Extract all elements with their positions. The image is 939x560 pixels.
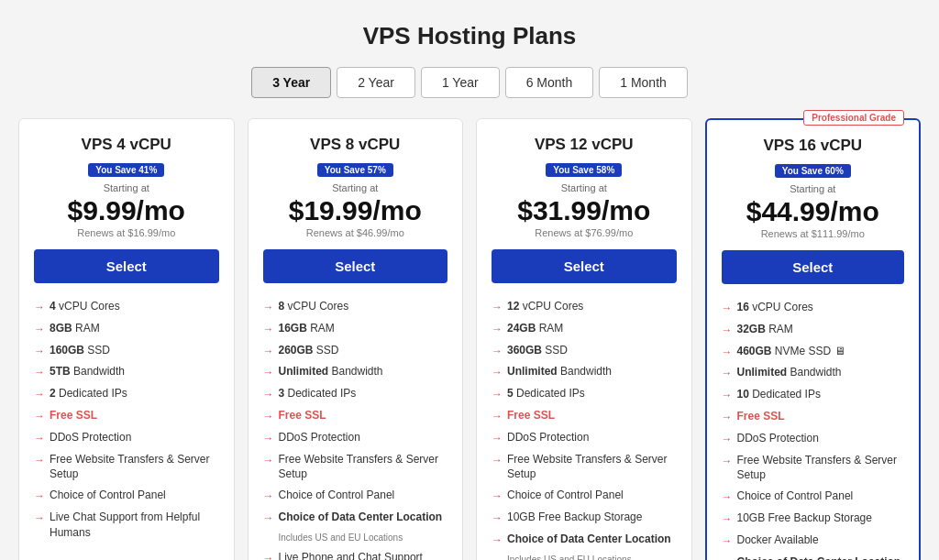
feature-item: →24GB RAM [492,318,677,340]
features-list: →16 vCPU Cores→32GB RAM→460GB NVMe SSD 🖥… [722,297,905,560]
feature-text: Free Website Transfers & Server Setup [50,452,219,483]
arrow-icon: → [722,301,733,316]
period-tab-2-year[interactable]: 2 Year [337,67,415,98]
feature-text: Free Website Transfers & Server Setup [737,453,905,484]
feature-item: →12 vCPU Cores [492,296,677,318]
arrow-icon: → [492,533,503,548]
arrow-icon: → [722,511,733,527]
feature-text: Choice of Control Panel [279,488,395,503]
savings-badge: You Save 58% [546,163,622,177]
select-button[interactable]: Select [492,249,677,283]
arrow-icon: → [492,511,503,526]
arrow-icon: → [263,511,274,526]
arrow-icon: → [34,511,45,526]
feature-item: →8GB RAM [34,318,219,340]
arrow-icon: → [34,409,45,424]
feature-item: →5 Dedicated IPs [492,383,677,405]
plan-header: You Save 57%Starting at$19.99/moRenews a… [263,160,448,238]
arrow-icon: → [722,366,733,381]
feature-item: →2 Dedicated IPs [34,383,219,405]
savings-badge: You Save 41% [88,163,164,177]
starting-at-label: Starting at [722,183,905,194]
feature-item: →Choice of Control Panel [492,485,677,507]
feature-item: →16GB RAM [263,318,448,340]
feature-item: →3 Dedicated IPs [263,383,448,405]
feature-text: 8 vCPU Cores [279,299,349,314]
feature-text: DDoS Protection [737,431,819,446]
feature-item: →Choice of Data Center LocationIncludes … [263,507,448,547]
feature-item: →Live Chat Support from Helpful Humans [34,507,219,544]
period-tabs: 3 Year2 Year1 Year6 Month1 Month [18,67,921,98]
feature-item: →5TB Bandwidth [34,361,219,383]
feature-text: Choice of Data Center Location [507,532,671,548]
feature-text: Free SSL [507,408,555,423]
arrow-icon: → [492,489,503,504]
select-button[interactable]: Select [34,249,219,283]
arrow-icon: → [263,489,274,504]
renews-at: Renews at $46.99/mo [263,227,448,238]
feature-item: →16 vCPU Cores [722,297,905,319]
feature-item: →DDoS Protection [492,427,677,449]
feature-item: →Choice of Control Panel [263,485,448,507]
period-tab-1-year[interactable]: 1 Year [421,67,500,98]
feature-text: Free SSL [50,408,97,423]
feature-text: 360GB SSD [507,343,568,358]
period-tab-3-year[interactable]: 3 Year [251,67,331,98]
savings-badge: You Save 57% [317,163,393,177]
feature-text: Choice of Data Center Location [737,555,901,560]
feature-text: Choice of Control Panel [737,489,854,504]
select-button[interactable]: Select [263,249,448,283]
arrow-icon: → [263,344,274,359]
arrow-icon: → [263,322,274,337]
arrow-icon: → [722,489,733,505]
renews-at: Renews at $76.99/mo [492,227,677,238]
arrow-icon: → [722,432,733,447]
plans-grid: VPS 4 vCPUYou Save 41%Starting at$9.99/m… [18,118,921,560]
feature-text: 16GB RAM [279,321,335,336]
starting-at-label: Starting at [34,182,219,193]
plan-header: You Save 58%Starting at$31.99/moRenews a… [492,160,677,238]
feature-text: Choice of Control Panel [50,488,166,503]
arrow-icon: → [263,300,274,315]
arrow-icon: → [492,409,503,424]
arrow-icon: → [34,300,45,315]
feature-item: →10GB Free Backup Storage [492,507,677,529]
period-tab-6-month[interactable]: 6 Month [505,67,594,98]
feature-text: DDoS Protection [279,430,360,445]
savings-badge: You Save 60% [775,164,851,178]
arrow-icon: → [263,387,274,402]
arrow-icon: → [492,431,503,446]
feature-subnote: Includes US and EU Locations [492,554,632,560]
feature-item: →Docker Available [722,530,905,552]
arrow-icon: → [722,454,733,469]
feature-text: 12 vCPU Cores [507,299,583,314]
select-button[interactable]: Select [722,250,905,284]
feature-text: Docker Available [737,533,819,548]
feature-text: Live Phone and Chat Support from Helpful… [279,550,448,560]
feature-item: →Free Website Transfers & Server Setup [722,450,905,487]
feature-text: 5TB Bandwidth [50,364,125,379]
plan-price: $9.99/mo [34,195,219,225]
feature-text: 16 vCPU Cores [737,300,813,315]
feature-item: →8 vCPU Cores [263,296,448,318]
feature-text: DDoS Protection [507,430,589,445]
feature-text: 260GB SSD [279,343,339,358]
feature-item: →Free Website Transfers & Server Setup [263,449,448,486]
feature-text: Unlimited Bandwidth [737,365,842,380]
feature-text: 4 vCPU Cores [50,299,120,314]
arrow-icon: → [263,551,274,560]
arrow-icon: → [492,387,503,402]
feature-text: Choice of Control Panel [507,488,624,503]
arrow-icon: → [263,453,274,468]
renews-at: Renews at $111.99/mo [722,228,905,239]
arrow-icon: → [722,323,733,338]
arrow-icon: → [263,431,274,446]
feature-item: →Unlimited Bandwidth [722,362,905,384]
feature-text: 2 Dedicated IPs [50,386,127,401]
starting-at-label: Starting at [492,182,677,193]
feature-item: →260GB SSD [263,340,448,362]
features-list: →12 vCPU Cores→24GB RAM→360GB SSD→Unlimi… [492,296,677,560]
feature-item: →Unlimited Bandwidth [263,361,448,383]
period-tab-1-month[interactable]: 1 Month [599,67,688,98]
feature-item: →10GB Free Backup Storage [722,508,905,530]
